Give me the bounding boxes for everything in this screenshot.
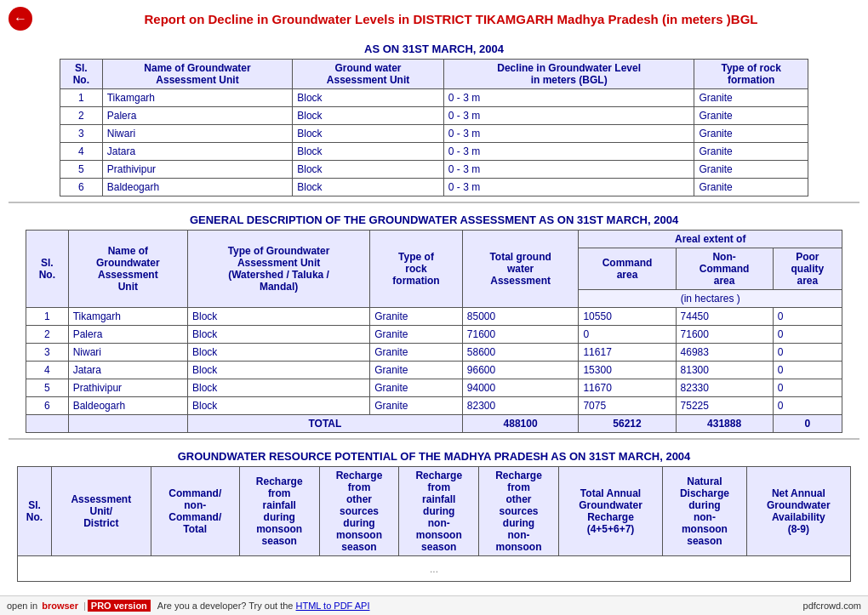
col3-recharge2: Rechargefromothersourcesduringmonsoonsea… [319, 467, 399, 556]
section1-table: Sl.No. Name of GroundwaterAssessment Uni… [60, 59, 808, 196]
footer-bar: open in browser | PRO version Are you a … [0, 595, 868, 615]
table-row: 6BaldeogarhBlockGranite823007075752250 [26, 397, 842, 415]
section2-heading: GENERAL DESCRIPTION OF THE GROUNDWATER A… [9, 208, 859, 230]
table-row: 6BaldeogarhBlock0 - 3 mGranite [60, 179, 808, 196]
section2-header-row1: Sl.No. Name ofGroundwaterAssessmentUnit … [26, 231, 842, 248]
section3-header-row: Sl.No. AssessmentUnit/District Command/n… [18, 467, 851, 556]
content-area: AS ON 31ST MARCH, 2004 Sl.No. Name of Gr… [0, 37, 868, 590]
col-rock: Type of rockformation [694, 60, 808, 89]
section1-heading: AS ON 31ST MARCH, 2004 [9, 37, 859, 59]
col2-areal-extent: Areal extent of [579, 231, 842, 248]
col2-name: Name ofGroundwaterAssessmentUnit [68, 231, 187, 308]
table-row: 2PaleraBlock0 - 3 mGranite [60, 107, 808, 125]
section1-header-row: Sl.No. Name of GroundwaterAssessment Uni… [60, 60, 808, 89]
col3-sl: Sl.No. [18, 467, 52, 556]
section2-table-wrapper: Sl.No. Name ofGroundwaterAssessmentUnit … [26, 230, 842, 433]
back-button[interactable]: ← [9, 7, 32, 31]
col3-command: Command/non-Command/Total [151, 467, 239, 556]
col2-hectares-label: (in hectares ) [579, 290, 842, 308]
table-row: 4JataraBlockGranite9660015300813000 [26, 362, 842, 379]
section3-table-wrapper: Sl.No. AssessmentUnit/District Command/n… [17, 466, 851, 582]
table-row: 3NiwariBlock0 - 3 mGranite [60, 125, 808, 143]
table-row: 4JataraBlock0 - 3 mGranite [60, 143, 808, 161]
col3-natural: NaturalDischargeduringnon-monsoonseason [663, 467, 747, 556]
footer-separator: | [83, 601, 86, 611]
header-bar: ← Report on Decline in Groundwater Level… [0, 0, 868, 37]
col2-rock: Type ofrockformation [370, 231, 463, 308]
section3-heading: GROUNDWATER RESOURCE POTENTIAL OF THE MA… [9, 445, 859, 466]
col3-recharge4: Rechargefromothersourcesduringnon-monsoo… [479, 467, 559, 556]
divider2 [9, 438, 859, 440]
col-decline: Decline in Groundwater Levelin meters (B… [443, 60, 694, 89]
col-gw-unit: Ground waterAssessment Unit [293, 60, 444, 89]
section3-table: Sl.No. AssessmentUnit/District Command/n… [17, 466, 851, 582]
footer-browser-text[interactable]: browser [42, 601, 78, 611]
col3-net-annual: Net AnnualGroundwaterAvailability(8-9) [746, 467, 850, 556]
col3-total-annual: Total AnnualGroundwaterRecharge(4+5+6+7) [558, 467, 662, 556]
col2-sl: Sl.No. [26, 231, 69, 308]
col3-recharge1: Rechargefromrainfallduringmonsoonseason [239, 467, 319, 556]
col2-type-gw: Type of GroundwaterAssessment Unit(Water… [187, 231, 369, 308]
table-row: 1TikamgarhBlockGranite8500010550744500 [26, 308, 842, 326]
table-row: 1TikamgarhBlock0 - 3 mGranite [60, 89, 808, 107]
html-to-pdf-link[interactable]: HTML to PDF API [296, 601, 370, 611]
col2-total-ground: Total groundwaterAssessment [462, 231, 579, 308]
table-row: 5PrathivipurBlockGranite9400011670823300 [26, 379, 842, 397]
section1-table-wrapper: Sl.No. Name of GroundwaterAssessment Uni… [60, 59, 808, 196]
col2-command: Commandarea [579, 248, 676, 290]
page-title: Report on Decline in Groundwater Levels … [43, 12, 859, 26]
col-name-gw: Name of GroundwaterAssessment Unit [102, 60, 293, 89]
table-row: 5PrathivipurBlock0 - 3 mGranite [60, 161, 808, 179]
table-row: 3NiwariBlockGranite5860011617469830 [26, 344, 842, 362]
footer-pro-label[interactable]: PRO version [88, 600, 151, 612]
section2-table: Sl.No. Name ofGroundwaterAssessmentUnit … [26, 230, 842, 433]
total-row: TOTAL488100562124318880 [26, 415, 842, 433]
table-row: 2PaleraBlockGranite716000716000 [26, 326, 842, 344]
table-row: ... [18, 556, 851, 582]
footer-right-text: pdfcrowd.com [803, 601, 861, 611]
footer-message: Are you a developer? Try out the HTML to… [157, 601, 803, 611]
col3-assessment: AssessmentUnit/District [52, 467, 151, 556]
col3-recharge3: Rechargefromrainfallduringnon-monsoonsea… [399, 467, 479, 556]
col2-non-command: Non-Commandarea [676, 248, 773, 290]
col2-poor: Poorqualityarea [773, 248, 842, 290]
col-sl-no: Sl.No. [60, 60, 103, 89]
divider1 [9, 202, 859, 203]
footer-open-text: open in [7, 601, 37, 611]
